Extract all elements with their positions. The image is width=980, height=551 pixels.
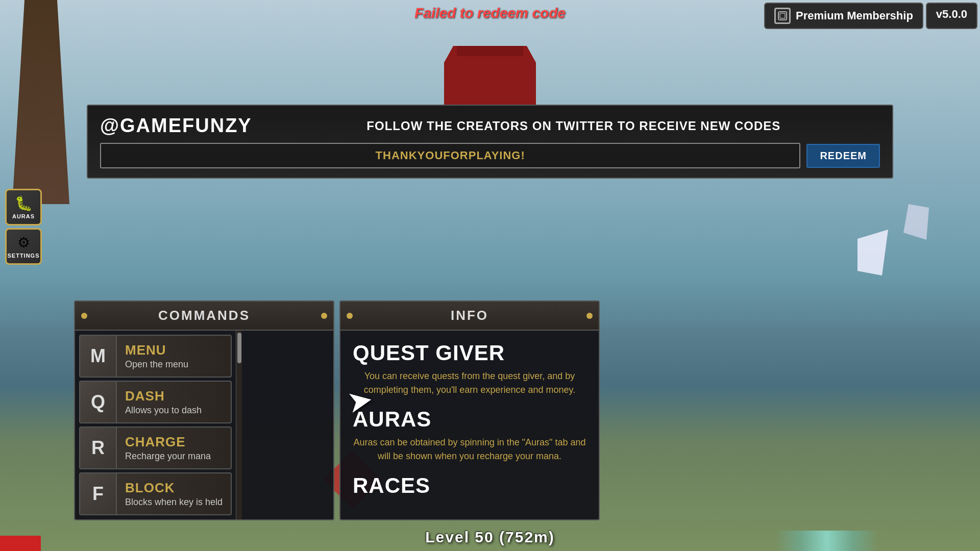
command-desc-charge: Recharge your mana (125, 451, 223, 462)
command-item-charge[interactable]: R CHARGE Recharge your mana (79, 427, 232, 469)
command-name-dash: DASH (125, 388, 223, 404)
commands-with-scroll: M MENU Open the menu Q DASH Allows you t… (75, 331, 333, 519)
info-section-quest-giver-title: QUEST GIVER (353, 341, 586, 365)
sidebar-auras-button[interactable]: 🐛 AURAS (5, 189, 42, 226)
command-name-block: BLOCK (125, 480, 223, 496)
commands-list: M MENU Open the menu Q DASH Allows you t… (75, 331, 236, 519)
command-desc-block: Blocks when key is held (125, 497, 223, 508)
command-key-r: R (80, 428, 117, 468)
info-section-races-title: RACES (353, 473, 586, 498)
command-desc-menu: Open the menu (125, 359, 223, 370)
command-key-q: Q (80, 382, 117, 422)
promo-top: @GAMEFUNZY FOLLOW THE CREATORS ON TWITTE… (100, 115, 880, 137)
command-desc-dash: Allows you to dash (125, 405, 223, 416)
bottom-right-glow (776, 531, 878, 551)
info-panel: INFO QUEST GIVER You can receive quests … (339, 300, 600, 520)
auras-icon: 🐛 (15, 195, 33, 212)
promo-follow-text: FOLLOW THE CREATORS ON TWITTER TO RECEIV… (267, 118, 880, 134)
svg-rect-1 (780, 13, 785, 18)
command-item-menu[interactable]: M MENU Open the menu (79, 335, 232, 378)
commands-scrollbar[interactable] (236, 331, 242, 519)
settings-label: SETTINGS (7, 253, 39, 259)
version-button[interactable]: v5.0.0 (926, 3, 977, 29)
level-indicator: Level 50 (752m) (425, 529, 554, 546)
command-info-charge: CHARGE Recharge your mana (117, 429, 231, 467)
info-panel-header: INFO (340, 302, 599, 331)
settings-icon: ⚙ (17, 234, 30, 251)
info-title: INFO (451, 308, 488, 323)
sidebar-settings-button[interactable]: ⚙ SETTINGS (5, 228, 42, 265)
promo-banner: @GAMEFUNZY FOLLOW THE CREATORS ON TWITTE… (87, 105, 893, 179)
commands-panel: COMMANDS M MENU Open the menu Q DASH All… (74, 300, 334, 520)
info-content: QUEST GIVER You can receive quests from … (340, 331, 599, 512)
info-section-auras-title: AURAS (353, 407, 586, 432)
redeem-button[interactable]: REDEEM (806, 144, 880, 168)
premium-label: Premium Membership (796, 9, 913, 22)
promo-input-row: REDEEM (100, 143, 880, 168)
command-info-block: BLOCK Blocks when key is held (117, 475, 231, 513)
command-info-menu: MENU Open the menu (117, 337, 231, 375)
command-key-m: M (80, 336, 117, 377)
code-input[interactable] (100, 143, 800, 168)
panels-container: COMMANDS M MENU Open the menu Q DASH All… (74, 300, 600, 520)
info-section-auras-desc: Auras can be obtained by spinning in the… (353, 436, 586, 463)
top-right-buttons: Premium Membership v5.0.0 (764, 3, 977, 29)
command-name-charge: CHARGE (125, 434, 223, 450)
premium-icon (774, 8, 791, 24)
commands-panel-header: COMMANDS (75, 302, 333, 331)
command-item-block[interactable]: F BLOCK Blocks when key is held (79, 472, 232, 515)
info-section-quest-giver-desc: You can receive quests from the quest gi… (353, 369, 586, 397)
auras-label: AURAS (12, 213, 35, 219)
command-info-dash: DASH Allows you to dash (117, 383, 231, 421)
error-message: Failed to redeem code (414, 5, 566, 21)
command-name-menu: MENU (125, 342, 223, 358)
left-sidebar: 🐛 AURAS ⚙ SETTINGS (5, 189, 42, 265)
version-label: v5.0.0 (936, 8, 967, 20)
scroll-thumb (237, 333, 241, 363)
bottom-red-bar (0, 536, 41, 551)
twitter-handle: @GAMEFUNZY (100, 115, 252, 137)
command-key-f: F (80, 473, 117, 514)
command-item-dash[interactable]: Q DASH Allows you to dash (79, 381, 232, 423)
premium-membership-button[interactable]: Premium Membership (764, 3, 923, 29)
commands-title: COMMANDS (158, 308, 250, 323)
